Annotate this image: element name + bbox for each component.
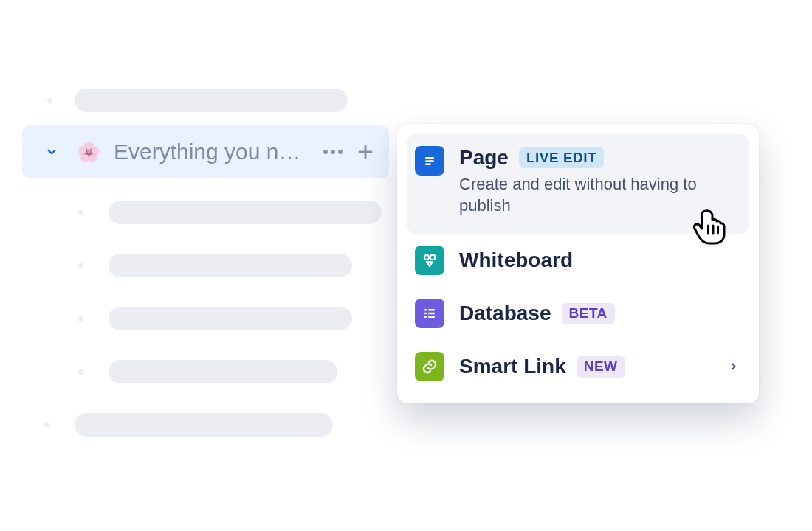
chevron-down-icon[interactable] (43, 143, 61, 161)
page-emoji-icon: 🌸 (77, 142, 100, 162)
svg-rect-5 (425, 160, 434, 162)
page-tree-row[interactable] (22, 345, 391, 398)
menu-item-smart-link[interactable]: Smart Link NEW (397, 340, 759, 393)
skeleton-line (75, 88, 348, 112)
live-edit-badge: LIVE EDIT (519, 148, 604, 169)
menu-item-body: Smart Link NEW (459, 355, 712, 378)
svg-rect-9 (424, 309, 427, 311)
svg-rect-14 (428, 316, 435, 319)
page-tree-row[interactable] (22, 74, 391, 127)
bullet-icon (47, 98, 52, 103)
svg-point-2 (338, 150, 343, 154)
menu-item-body: Whiteboard (459, 249, 741, 272)
svg-rect-11 (424, 313, 427, 315)
bullet-icon (44, 423, 49, 428)
smart-link-icon (415, 352, 444, 381)
skeleton-line (75, 413, 333, 437)
menu-item-whiteboard[interactable]: Whiteboard (397, 234, 759, 287)
page-tree-row[interactable] (22, 292, 391, 345)
svg-rect-13 (424, 316, 427, 319)
database-icon (415, 299, 444, 328)
svg-rect-4 (425, 157, 434, 159)
more-actions-button[interactable] (320, 149, 346, 155)
skeleton-line (109, 360, 337, 384)
svg-rect-12 (428, 313, 435, 315)
menu-item-title: Smart Link (459, 355, 566, 378)
skeleton-line (109, 307, 352, 330)
beta-badge: BETA (562, 303, 615, 324)
create-content-menu: Page LIVE EDIT Create and edit without h… (397, 124, 759, 403)
menu-item-body: Page LIVE EDIT Create and edit without h… (459, 146, 741, 216)
page-tree-selected-row[interactable]: 🌸 Everything you n… (22, 125, 389, 178)
menu-item-title: Whiteboard (459, 249, 573, 272)
bullet-icon (78, 369, 83, 375)
svg-point-0 (323, 150, 328, 154)
menu-item-description: Create and edit without having to publis… (459, 174, 710, 216)
svg-point-7 (424, 255, 429, 260)
svg-point-1 (331, 150, 335, 154)
chevron-right-icon (726, 361, 741, 372)
menu-item-body: Database BETA (459, 302, 741, 325)
menu-item-title: Database (459, 302, 551, 325)
menu-item-title: Page (459, 146, 509, 170)
bullet-icon (78, 210, 83, 215)
page-icon (415, 146, 444, 176)
skeleton-line (109, 201, 382, 224)
menu-item-page[interactable]: Page LIVE EDIT Create and edit without h… (407, 134, 749, 234)
menu-item-database[interactable]: Database BETA (397, 287, 759, 340)
page-tree-row[interactable] (22, 239, 391, 292)
bullet-icon (78, 316, 83, 322)
page-title: Everything you n… (114, 139, 300, 164)
skeleton-line (109, 254, 352, 277)
svg-rect-8 (430, 255, 435, 260)
page-tree-row[interactable] (22, 398, 391, 451)
whiteboard-icon (415, 246, 444, 275)
svg-rect-10 (428, 309, 435, 311)
add-child-button[interactable] (346, 143, 389, 161)
svg-rect-6 (425, 163, 431, 165)
page-tree-row[interactable] (22, 186, 391, 239)
new-badge: NEW (577, 356, 625, 378)
bullet-icon (78, 263, 83, 268)
